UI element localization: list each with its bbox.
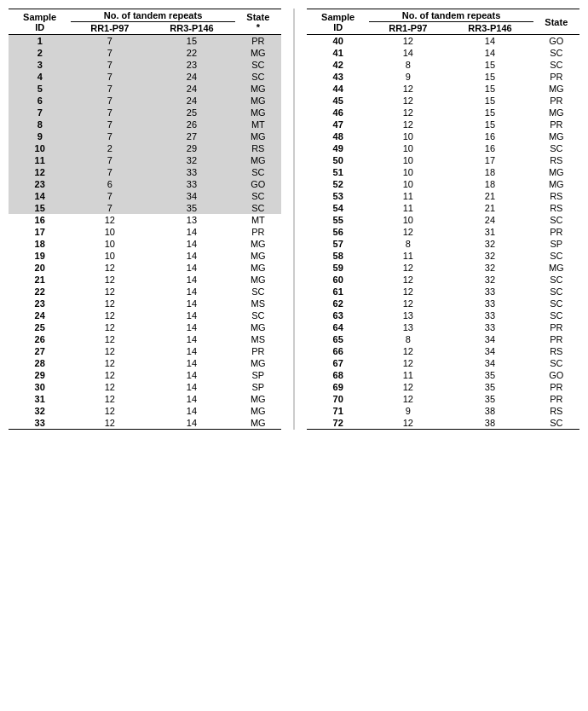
table-row: 51 10 18 MG (307, 166, 579, 178)
table-row: 44 12 15 MG (307, 83, 579, 95)
state-cell: PR (235, 226, 281, 238)
sample-id-cell: 16 (9, 214, 71, 226)
rr1-cell: 12 (71, 345, 148, 357)
rr3-cell: 16 (447, 142, 533, 154)
state-cell: MG (235, 417, 281, 430)
table-row: 58 11 32 SC (307, 250, 579, 262)
rr1-cell: 7 (71, 59, 148, 71)
sample-id-cell: 5 (9, 83, 71, 95)
state-cell: SC (533, 417, 579, 430)
rr1-cell: 7 (71, 71, 148, 83)
table-row: 4 7 24 SC (9, 71, 281, 83)
sample-id-cell: 44 (307, 83, 369, 95)
sample-id-cell: 23 (9, 178, 71, 190)
rr3-cell: 29 (148, 142, 234, 154)
sample-id-cell: 31 (9, 393, 71, 405)
rr1-cell: 12 (71, 298, 148, 309)
rr3-cell: 32 (447, 250, 533, 262)
rr1-cell: 12 (71, 417, 148, 430)
rr3-cell: 13 (148, 214, 234, 226)
rr1-cell: 2 (71, 142, 148, 154)
state-cell: MG (533, 107, 579, 118)
sample-id-cell: 21 (9, 274, 71, 286)
sample-id-cell: 3 (9, 59, 71, 71)
state-cell: SC (533, 214, 579, 226)
table-row: 16 12 13 MT (9, 214, 281, 226)
state-cell: SC (533, 142, 579, 154)
rr3-cell: 34 (447, 357, 533, 369)
table-row: 55 10 24 SC (307, 214, 579, 226)
rr1-cell: 12 (369, 393, 447, 405)
rr1-cell: 7 (71, 95, 148, 107)
table-row: 57 8 32 SP (307, 238, 579, 250)
table-row: 2 7 22 MG (9, 47, 281, 59)
rr3-cell: 15 (447, 118, 533, 130)
rr3-cell: 33 (148, 166, 234, 178)
right-sample-id-header: SampleID (307, 9, 369, 35)
rr1-cell: 14 (369, 47, 447, 59)
rr1-cell: 6 (71, 178, 148, 190)
rr1-cell: 8 (369, 238, 447, 250)
table-row: 56 12 31 PR (307, 226, 579, 238)
sample-id-cell: 23 (9, 298, 71, 309)
rr1-cell: 12 (369, 286, 447, 298)
state-cell: MG (533, 178, 579, 190)
rr3-cell: 33 (447, 309, 533, 321)
table-row: 32 12 14 MG (9, 405, 281, 417)
rr1-cell: 12 (369, 107, 447, 118)
rr1-cell: 12 (71, 309, 148, 321)
rr3-cell: 22 (148, 47, 234, 59)
state-cell: SP (235, 381, 281, 393)
state-cell: PR (235, 35, 281, 48)
rr3-cell: 25 (148, 107, 234, 118)
rr3-cell: 34 (148, 190, 234, 202)
rr1-cell: 12 (369, 298, 447, 309)
rr1-cell: 10 (369, 166, 447, 178)
state-cell: MG (235, 274, 281, 286)
table-row: 43 9 15 PR (307, 71, 579, 83)
state-cell: MS (235, 333, 281, 345)
state-cell: SC (533, 357, 579, 369)
sample-id-cell: 69 (307, 381, 369, 393)
state-cell: SC (533, 309, 579, 321)
table-row: 21 12 14 MG (9, 274, 281, 286)
state-cell: MG (533, 166, 579, 178)
table-row: 6 7 24 MG (9, 95, 281, 107)
table-row: 65 8 34 PR (307, 333, 579, 345)
rr3-cell: 16 (447, 130, 533, 142)
left-table: SampleID No. of tandem repeats State* RR… (9, 9, 281, 430)
rr3-cell: 14 (148, 321, 234, 333)
state-cell: PR (533, 321, 579, 333)
rr3-cell: 17 (447, 154, 533, 166)
rr3-cell: 24 (148, 95, 234, 107)
table-row: 7 7 25 MG (9, 107, 281, 118)
sample-id-cell: 61 (307, 286, 369, 298)
rr3-cell: 24 (447, 214, 533, 226)
sample-id-cell: 60 (307, 274, 369, 286)
tables-container: SampleID No. of tandem repeats State* RR… (9, 9, 579, 430)
table-row: 26 12 14 MS (9, 333, 281, 345)
rr1-cell: 12 (71, 262, 148, 274)
table-row: 20 12 14 MG (9, 262, 281, 274)
sample-id-cell: 66 (307, 345, 369, 357)
table-row: 31 12 14 MG (9, 393, 281, 405)
table-row: 64 13 33 PR (307, 321, 579, 333)
sample-id-cell: 72 (307, 417, 369, 430)
sample-id-cell: 53 (307, 190, 369, 202)
table-row: 25 12 14 MG (9, 321, 281, 333)
rr3-cell: 38 (447, 405, 533, 417)
state-cell: MG (533, 130, 579, 142)
state-cell: MT (235, 118, 281, 130)
rr1-cell: 12 (71, 274, 148, 286)
state-cell: MG (235, 393, 281, 405)
right-table: SampleID No. of tandem repeats State RR1… (307, 9, 579, 430)
state-cell: MG (235, 47, 281, 59)
state-cell: SC (533, 298, 579, 309)
rr1-cell: 12 (71, 333, 148, 345)
sample-id-cell: 55 (307, 214, 369, 226)
state-cell: SP (533, 238, 579, 250)
state-cell: GO (533, 369, 579, 381)
sample-id-cell: 51 (307, 166, 369, 178)
table-row: 10 2 29 RS (9, 142, 281, 154)
table-row: 52 10 18 MG (307, 178, 579, 190)
